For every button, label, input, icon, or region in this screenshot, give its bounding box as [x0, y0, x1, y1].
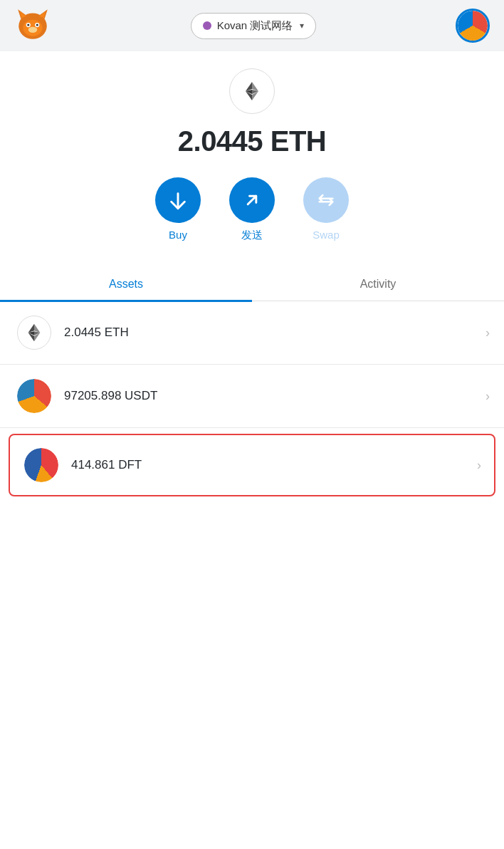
wallet-balance: 2.0445 ETH — [178, 125, 326, 157]
buy-button[interactable] — [155, 177, 201, 223]
buy-label: Buy — [169, 229, 187, 241]
network-status-dot — [203, 21, 211, 30]
eth-amount: 2.0445 ETH — [64, 325, 129, 340]
eth-chevron-icon: › — [485, 325, 490, 340]
dft-amount: 414.861 DFT — [71, 458, 142, 472]
asset-list: 2.0445 ETH › 97205.898 USDT › 414.861 DF… — [0, 301, 504, 502]
swap-action: Swap — [303, 177, 349, 242]
usdt-chevron-icon: › — [485, 389, 490, 404]
asset-item-usdt[interactable]: 97205.898 USDT › — [0, 365, 504, 428]
eth-token-icon — [229, 68, 275, 114]
asset-item-dft[interactable]: 414.861 DFT › — [9, 434, 495, 496]
svg-point-11 — [28, 27, 37, 33]
usdt-amount: 97205.898 USDT — [64, 389, 157, 403]
dft-chevron-icon: › — [477, 458, 481, 473]
swap-label: Swap — [313, 229, 340, 241]
eth-icon — [17, 316, 51, 350]
svg-point-9 — [36, 24, 38, 26]
header: Kovan 测试网络 ▾ — [0, 0, 504, 51]
chevron-down-icon: ▾ — [300, 21, 304, 31]
send-action: 发送 — [229, 177, 275, 242]
tab-assets[interactable]: Assets — [0, 268, 252, 301]
send-button[interactable] — [229, 177, 275, 223]
network-name: Kovan 测试网络 — [217, 19, 293, 33]
metamask-logo — [14, 6, 51, 46]
tab-bar: Assets Activity — [0, 268, 504, 301]
dft-icon — [24, 448, 58, 482]
svg-marker-12 — [252, 82, 258, 91]
asset-item-eth[interactable]: 2.0445 ETH › — [0, 301, 504, 365]
svg-point-8 — [27, 24, 29, 26]
action-buttons-group: Buy 发送 Swap — [155, 177, 349, 242]
buy-action: Buy — [155, 177, 201, 242]
svg-marker-19 — [28, 324, 34, 333]
network-selector[interactable]: Kovan 测试网络 ▾ — [191, 13, 317, 39]
svg-marker-18 — [34, 324, 40, 333]
tab-activity[interactable]: Activity — [252, 268, 504, 301]
swap-button[interactable] — [303, 177, 349, 223]
account-avatar[interactable] — [456, 9, 490, 43]
usdt-icon — [17, 379, 51, 413]
main-content: 2.0445 ETH Buy 发送 — [0, 51, 504, 849]
send-label: 发送 — [241, 229, 263, 242]
svg-marker-13 — [246, 82, 252, 91]
avatar-graphic — [458, 11, 488, 41]
